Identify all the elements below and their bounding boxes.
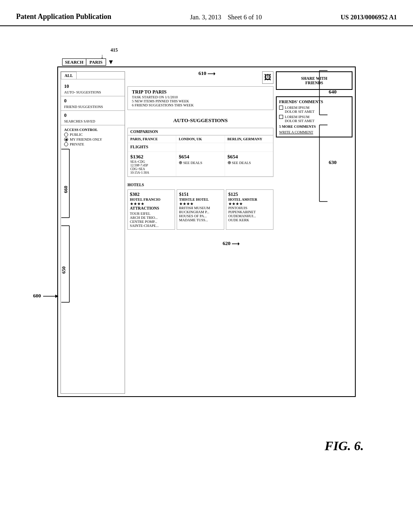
comment-checkbox-2 xyxy=(279,115,283,119)
access-control-label: ACCESS CONTROL xyxy=(64,128,121,132)
hotel-london-item-2: BUCKINGHAM P... xyxy=(179,210,222,214)
hotel-berlin-item-3: OUDEMANHUI... xyxy=(228,214,271,218)
hotel-london-price: $151 xyxy=(179,191,222,197)
hotel-london: $151 THISTLE HOTEL ★★★★ BRITISH MUSEUM B… xyxy=(177,189,224,230)
hotel-berlin-price: $125 xyxy=(228,191,271,197)
hotel-berlin-name: HOTEL AMSTER xyxy=(228,197,271,202)
hotel-berlin-item-4: OUDE KERK xyxy=(228,218,271,222)
center-content: 🖼 TRIP TO PARIS TASK STARTED ON 1/1/2010… xyxy=(127,71,273,394)
hotel-london-stars: ★★★★ xyxy=(179,202,222,206)
sheet-info: Sheet 6 of 10 xyxy=(227,14,262,21)
callout-600: 600 xyxy=(33,292,59,300)
attraction-paris-2: ARCH DE TRIO... xyxy=(130,216,173,220)
flights-london xyxy=(176,143,225,152)
hotel-london-item-1: BRITISH MUSEUM xyxy=(179,206,222,210)
auto-suggestions-title: AUTO-SUGGESTIONS xyxy=(127,117,273,124)
hotel-paris-name: HOTEL FRANCIO xyxy=(130,197,173,202)
radio-private-icon[interactable] xyxy=(64,142,68,146)
berlin-label: BERLIN, GERMANY xyxy=(227,137,271,141)
see-deals-london-label: SEE DEALS xyxy=(183,161,202,165)
trip-box: TRIP TO PARIS TASK STARTED ON 1/1/2010 5… xyxy=(127,86,273,110)
attraction-paris-4: SAINTE-CHAPE... xyxy=(130,224,173,228)
svg-marker-19 xyxy=(238,242,240,245)
flights-label: FLIGHTS xyxy=(130,145,173,149)
callout-610: 610 xyxy=(198,70,216,78)
attraction-paris-3: CENTRE POMP... xyxy=(130,220,173,224)
hotel-london-item-4: MADAME TUSS... xyxy=(179,218,222,222)
flight-detail-paris-2: 12:59P-7:45P xyxy=(130,164,173,167)
radio-private-label: PRIVATE xyxy=(70,142,84,146)
radio-friends-label: MY FRIENDS ONLY xyxy=(70,137,102,141)
image-icon: 🖼 xyxy=(262,71,273,84)
hotels-section: $302 HOTEL FRANCIO ★★★★ ATTRACTIONS TOUR… xyxy=(127,189,273,230)
city-paris: PARIS, FRANCE xyxy=(128,135,176,143)
hotel-berlin: $125 HOTEL AMSTER ★★★★ PINTOHUIS PIJPENK… xyxy=(226,189,273,230)
compass-icon-london: ⊕ xyxy=(179,160,182,165)
count-section: 10 AUTO- SUGGESTIONS xyxy=(61,82,125,96)
count-number: 10 xyxy=(64,83,121,89)
comment-text-2: LOREM IPSUMDOLOR SIT AMET xyxy=(285,115,315,123)
trip-detail-1: TASK STARTED ON 1/1/2010 xyxy=(132,95,269,99)
hotel-berlin-item-2: PIJPENKABINET xyxy=(228,210,271,214)
compass-icon-berlin: ⊕ xyxy=(227,160,231,165)
trip-title: TRIP TO PARIS xyxy=(132,89,269,95)
svg-marker-17 xyxy=(214,72,215,75)
friend-suggestions-label: FRIEND SUGGESTIONS xyxy=(64,105,121,109)
radio-friends-icon[interactable] xyxy=(64,137,68,141)
publication-number: US 2013/0006952 A1 xyxy=(340,12,397,21)
tab-all[interactable]: ALL xyxy=(61,72,77,79)
callout-620: 620 xyxy=(223,240,240,248)
callout-630-bracket: 630 xyxy=(317,123,342,205)
price-paris: $1362 xyxy=(130,154,173,160)
hotel-paris-stars: ★★★★ xyxy=(130,202,173,206)
search-bar: SEARCH PARIS ▼ xyxy=(62,58,114,66)
price-paris-col: $1362 SEA>CDG 12:59P-7:45P CDG>SEA 10:15… xyxy=(128,152,176,176)
flight-detail-paris-4: 10:15A-1:30A xyxy=(130,171,173,175)
hotel-berlin-item-1: PINTOHUIS xyxy=(228,206,271,210)
see-deals-berlin: ⊕ SEE DEALS xyxy=(227,160,271,165)
comment-checkbox-1 xyxy=(279,106,283,110)
see-deals-berlin-label: SEE DEALS xyxy=(232,161,251,165)
city-berlin: BERLIN, GERMANY xyxy=(225,135,273,143)
hotel-london-name: THISTLE HOTEL xyxy=(179,197,222,202)
flight-detail-paris-1: SEA>CDG xyxy=(130,160,173,164)
main-content: 600 660 650 xyxy=(0,26,413,482)
flights-berlin xyxy=(225,143,273,152)
radio-private: PRIVATE xyxy=(64,142,121,146)
auto-suggestions-label: AUTO- SUGGESTIONS xyxy=(64,90,121,94)
diagram-outer-box: SEARCH PARIS ▼ 415 ↓ ALL 10 AU xyxy=(57,66,356,397)
publication-title: Patent Application Publication xyxy=(16,12,111,21)
page-header: Patent Application Publication Jan. 3, 2… xyxy=(0,0,413,26)
figure-label: FIG. 6. xyxy=(325,438,364,453)
radio-public-label: PUBLIC xyxy=(70,133,83,137)
hotel-paris-price: $302 xyxy=(130,191,173,197)
price-london-col: $654 ⊕ SEE DEALS xyxy=(176,152,225,176)
right-sidebar: SHARE WITH FRIENDS FRIENDS' COMMENTS LOR… xyxy=(276,71,353,394)
callout-630-label: 630 xyxy=(329,159,337,166)
marker-415: 415 xyxy=(111,47,118,53)
paris-label: PARIS, FRANCE xyxy=(130,137,173,141)
arrow-415-icon: ↓ xyxy=(100,53,104,60)
comparison-header: COMPARISON xyxy=(128,128,273,135)
zero-1: 0 xyxy=(64,98,121,104)
search-arrow-icon: ▼ xyxy=(108,58,114,66)
callout-640-label: 640 xyxy=(329,89,337,95)
searches-saved-label: SEARCHES SAVED xyxy=(64,119,121,123)
price-berlin: $654 xyxy=(227,154,271,160)
flights-label-cell: FLIGHTS xyxy=(128,143,176,152)
hotel-berlin-stars: ★★★★ xyxy=(228,202,271,206)
left-panel: ALL 10 AUTO- SUGGESTIONS 0 FRIEND SUGGES… xyxy=(60,71,125,394)
attractions-label: ATTRACTIONS xyxy=(130,206,173,210)
comment-text-1: LOREM IPSUMDOLOR SIT AMET xyxy=(285,106,315,114)
attraction-paris-1: TOUR EIFEL xyxy=(130,212,173,216)
radio-public: PUBLIC xyxy=(64,133,121,137)
flights-label-row: FLIGHTS xyxy=(128,143,273,152)
trip-detail-2: 5 NEW ITEMS PINNED THIS WEEK xyxy=(132,99,269,103)
london-label: LONDON, UK xyxy=(179,137,222,141)
flight-detail-paris-3: CDG>SEA xyxy=(130,167,173,171)
publication-date: Jan. 3, 2013 xyxy=(190,14,221,21)
city-london: LONDON, UK xyxy=(176,135,225,143)
radio-public-icon[interactable] xyxy=(64,133,68,137)
tabs-row: ALL xyxy=(61,72,125,79)
figure-area: 600 660 650 xyxy=(25,42,388,466)
